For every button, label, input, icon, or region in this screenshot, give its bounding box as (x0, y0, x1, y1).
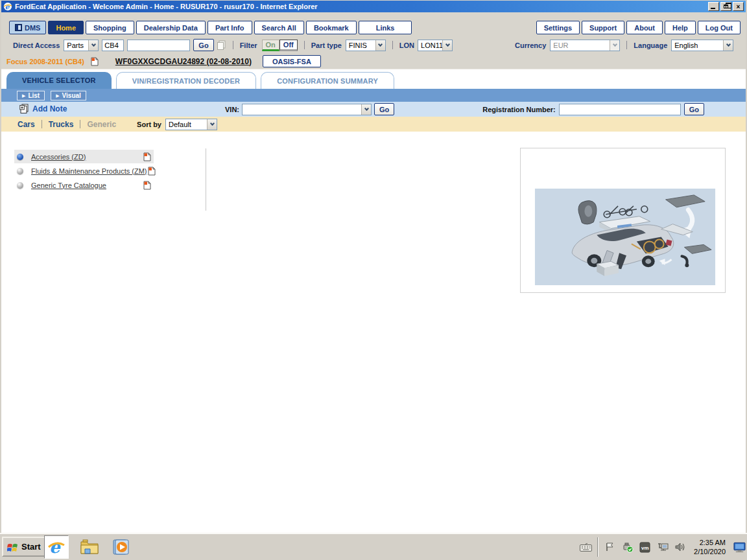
vin-go-button[interactable]: Go (374, 103, 394, 115)
show-desktop-icon[interactable] (733, 541, 746, 554)
radio-bullet[interactable] (17, 182, 23, 189)
nav-links-button[interactable]: Links (359, 21, 412, 34)
usb-device-icon[interactable] (621, 541, 634, 554)
play-arrow-icon: ▶ (22, 93, 25, 98)
registration-group: Registration Number: Go (482, 103, 704, 115)
direct-access-go-button[interactable]: Go (193, 39, 213, 51)
vin-search-row: Add Note VIN: Go Registration Number: Go (1, 102, 746, 117)
restore-button[interactable] (720, 2, 731, 11)
clock-time: 2:35 AM (694, 538, 726, 547)
catalogue-doc-icon[interactable] (143, 152, 152, 161)
tab-vin-registration-decoder[interactable]: VIN/REGISTRATION DECODER (116, 72, 257, 89)
minimize-button[interactable] (708, 2, 719, 11)
vin-group: VIN: Go (225, 103, 394, 115)
list-item[interactable]: Fluids & Maintenance Products (ZM) (14, 164, 154, 178)
visual-view-label: Visual (62, 92, 81, 99)
vin-label: VIN: (225, 106, 239, 113)
vin-combobox-arrow[interactable] (361, 104, 371, 115)
taskbar-ie-button[interactable]: e (44, 535, 69, 559)
generic-link: Generic (87, 120, 116, 129)
nav-logout-button[interactable]: Log Out (698, 21, 741, 34)
radio-bullet-selected[interactable] (17, 154, 23, 160)
app-header: DMS Home Shopping Dealership Data Part I… (1, 12, 746, 69)
part-type-select[interactable]: FINIS (346, 40, 386, 51)
browser-window: e FordEcat Application - Welcome Admin -… (0, 0, 747, 533)
nav-bookmark-button[interactable]: Bookmark (306, 21, 357, 34)
nav-dms-label: DMS (25, 24, 40, 32)
lon-select[interactable]: LON11 (418, 40, 453, 51)
language-label: Language (634, 41, 667, 49)
oasis-fsa-button[interactable]: OASIS-FSA (263, 55, 321, 67)
nav-help-button[interactable]: Help (665, 21, 696, 34)
windows-flag-icon (7, 542, 19, 552)
sort-by-select[interactable]: Default (165, 119, 217, 130)
registration-go-button[interactable]: Go (684, 103, 704, 115)
close-icon: × (737, 3, 741, 10)
vin-combobox[interactable] (242, 104, 372, 115)
nav-support-button[interactable]: Support (582, 21, 624, 34)
taskbar-media-player-button[interactable] (108, 535, 134, 559)
registration-number-input[interactable] (559, 104, 681, 115)
close-button[interactable]: × (733, 2, 744, 11)
currency-select[interactable]: EUR (550, 40, 620, 51)
language-select[interactable]: English (671, 40, 733, 51)
volume-icon[interactable] (674, 541, 686, 554)
screen: e FordEcat Application - Welcome Admin -… (0, 0, 747, 560)
nav-about-button[interactable]: About (626, 21, 663, 34)
direct-access-row: Direct Access Parts Go Filter On Off (13, 39, 741, 51)
registration-number-label: Registration Number: (482, 106, 555, 113)
taskbar-clock[interactable]: 2:35 AM 2/10/2020 (691, 538, 728, 556)
add-note-button[interactable]: Add Note (19, 104, 67, 113)
network-icon[interactable] (656, 541, 669, 554)
filter-off-button[interactable]: Off (279, 40, 298, 51)
keyboard-layout-icon[interactable] (580, 541, 592, 554)
list-view-button[interactable]: ▶ List (17, 91, 45, 100)
language-arrow[interactable] (723, 40, 733, 51)
direct-access-query-input[interactable] (127, 40, 190, 51)
nav-dms-button[interactable]: DMS (9, 21, 46, 34)
list-item[interactable]: Accessories (ZD) (14, 150, 154, 163)
nav-shopping-button[interactable]: Shopping (86, 21, 134, 34)
window-title: FordEcat Application - Welcome Admin - H… (15, 3, 318, 10)
vehicle-context-row: Focus 2008-2011 (CB4) WF0GXXGCDGAU24892 … (6, 55, 741, 67)
catalogue-doc-icon[interactable] (143, 181, 152, 190)
part-type-arrow[interactable] (375, 40, 385, 51)
vehicle-code-input[interactable] (102, 40, 124, 51)
direct-access-type-arrow[interactable] (88, 40, 98, 51)
filter-on-button[interactable]: On (262, 40, 279, 51)
nav-settings-button[interactable]: Settings (536, 21, 580, 34)
nav-part-info-button[interactable]: Part Info (208, 21, 252, 34)
copy-pages-icon[interactable] (217, 40, 226, 51)
list-item[interactable]: Generic Tyre Catalogue (14, 178, 154, 192)
lon-arrow[interactable] (442, 40, 452, 51)
catalogue-doc-icon[interactable] (147, 167, 156, 176)
system-tray: vm 2:35 AM 2/10/2020 (580, 533, 746, 560)
taskbar-explorer-button[interactable] (77, 535, 102, 559)
start-label: Start (21, 542, 41, 552)
nav-search-all-button[interactable]: Search All (254, 21, 304, 34)
nav-settings-label: Settings (544, 24, 572, 32)
separator (233, 41, 233, 49)
tab-configuration-summary[interactable]: CONFIGURATION SUMMARY (261, 72, 394, 89)
tab-vehicle-selector[interactable]: VEHICLE SELECTOR (6, 72, 112, 89)
restore-icon (724, 5, 728, 8)
vehicle-note-icon[interactable] (90, 57, 99, 66)
trucks-link[interactable]: Trucks (49, 120, 74, 129)
visual-view-button[interactable]: ▶ Visual (51, 91, 86, 100)
direct-access-type-select[interactable]: Parts (64, 40, 99, 51)
cars-link[interactable]: Cars (18, 120, 35, 129)
catalogue-link[interactable]: Generic Tyre Catalogue (31, 181, 106, 189)
nav-home-button[interactable]: Home (48, 21, 84, 34)
catalogue-link[interactable]: Fluids & Maintenance Products (ZM) (31, 167, 147, 175)
vm-tools-icon[interactable]: vm (639, 541, 651, 554)
category-bar: Cars Trucks Generic Sort by Default (1, 117, 746, 132)
sort-by-arrow[interactable] (207, 119, 217, 130)
vin-history-link[interactable]: WF0GXXGCDGAU24892 (02-08-2010) (115, 57, 252, 66)
window-titlebar[interactable]: e FordEcat Application - Welcome Admin -… (1, 1, 746, 12)
radio-bullet[interactable] (17, 168, 23, 174)
action-flag-icon[interactable] (604, 541, 616, 554)
start-button[interactable]: Start (2, 537, 48, 557)
nav-logout-label: Log Out (706, 24, 733, 32)
nav-dealership-data-button[interactable]: Dealership Data (136, 21, 206, 34)
catalogue-link[interactable]: Accessories (ZD) (31, 153, 86, 161)
